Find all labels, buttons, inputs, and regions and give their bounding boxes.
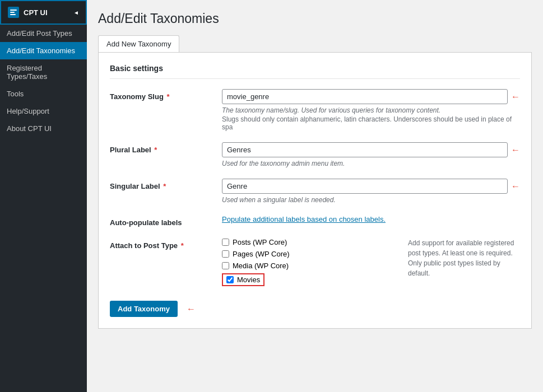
checkbox-movies[interactable]	[226, 276, 234, 283]
singular-label-help: Used when a singular label is needed.	[222, 196, 520, 204]
bottom-row: Add Taxonomy ←	[110, 301, 520, 317]
sidebar-item-label: Add/Edit Taxonomies	[7, 46, 75, 55]
sidebar-item-label: Registered Types/Taxes	[7, 64, 80, 81]
sidebar: CPT UI ◄ Add/Edit Post Types Add/Edit Ta…	[0, 0, 87, 392]
sidebar-item-add-edit-taxonomies[interactable]: Add/Edit Taxonomies	[0, 42, 87, 59]
arrow-annotation-singular: ←	[511, 181, 520, 192]
sidebar-item-about-cpt-ui[interactable]: About CPT UI	[0, 120, 87, 137]
checkbox-row-movies: Movies	[222, 273, 397, 286]
plural-label-input[interactable]	[222, 142, 508, 157]
section-title: Basic settings	[110, 64, 520, 79]
checkbox-media[interactable]	[222, 262, 229, 269]
required-marker: *	[163, 182, 166, 190]
svg-rect-1	[10, 12, 15, 13]
plural-label-label: Plural Label *	[110, 142, 222, 154]
attach-post-type-row: Attach to Post Type * Posts (WP Core)	[110, 238, 520, 290]
sidebar-collapse-arrow[interactable]: ◄	[73, 10, 79, 16]
checkbox-row-pages: Pages (WP Core)	[222, 250, 397, 258]
attach-post-type-label: Attach to Post Type *	[110, 238, 222, 250]
attach-post-type-description: Add support for available registered pos…	[408, 238, 520, 290]
required-marker: *	[166, 92, 169, 101]
tab-add-new-taxonomy[interactable]: Add New Taxonomy	[98, 35, 179, 52]
form-card: Basic settings Taxonomy Slug * ← The tax…	[98, 53, 532, 329]
taxonomy-slug-help-normal: Slugs should only contain alphanumeric, …	[222, 115, 520, 131]
attach-checkboxes: Posts (WP Core) Pages (WP Core) Media (W…	[222, 238, 397, 290]
sidebar-nav: Add/Edit Post Types Add/Edit Taxonomies …	[0, 25, 87, 392]
sidebar-item-registered-types-taxes[interactable]: Registered Types/Taxes	[0, 59, 87, 85]
checkbox-media-label: Media (WP Core)	[233, 262, 289, 270]
sidebar-item-tools[interactable]: Tools	[0, 85, 87, 102]
taxonomy-slug-input[interactable]	[222, 89, 508, 104]
sidebar-logo[interactable]: CPT UI ◄	[0, 0, 87, 25]
arrow-annotation-plural: ←	[511, 145, 520, 155]
singular-label-field: ← Used when a singular label is needed.	[222, 179, 520, 204]
auto-populate-labels-row: Auto-populate labels Populate additional…	[110, 215, 520, 227]
svg-rect-0	[10, 10, 17, 11]
checkbox-row-media: Media (WP Core)	[222, 262, 397, 270]
tab-bar: Add New Taxonomy	[98, 35, 532, 53]
auto-populate-labels-field: Populate additional labels based on chos…	[222, 215, 520, 223]
checkbox-movies-label: Movies	[237, 276, 260, 284]
sidebar-item-label: About CPT UI	[7, 124, 52, 133]
checkbox-pages[interactable]	[222, 250, 229, 258]
main-content: Add/Edit Taxonomies Add New Taxonomy Bas…	[87, 0, 543, 392]
checkbox-pages-label: Pages (WP Core)	[233, 250, 290, 258]
sidebar-item-add-edit-post-types[interactable]: Add/Edit Post Types	[0, 25, 87, 42]
singular-label-row: Singular Label * ← Used when a singular …	[110, 179, 520, 204]
sidebar-item-label: Help/Support	[7, 107, 49, 115]
singular-label-label: Singular Label *	[110, 179, 222, 190]
required-marker: *	[181, 241, 184, 250]
checkbox-posts[interactable]	[222, 239, 229, 246]
arrow-annotation-slug: ←	[511, 92, 520, 102]
attach-post-type-desc-text: Add support for available registered pos…	[408, 239, 514, 277]
required-marker: *	[154, 146, 157, 154]
taxonomy-slug-help-italic: The taxonomy name/slug. Used for various…	[222, 106, 520, 114]
taxonomy-slug-field: ← The taxonomy name/slug. Used for vario…	[222, 89, 520, 131]
checkbox-posts-label: Posts (WP Core)	[233, 238, 287, 246]
sidebar-item-label: Tools	[7, 90, 24, 98]
auto-populate-labels-link[interactable]: Populate additional labels based on chos…	[222, 215, 386, 223]
sidebar-item-label: Add/Edit Post Types	[7, 29, 72, 38]
taxonomy-slug-label: Taxonomy Slug *	[110, 89, 222, 101]
sidebar-logo-text: CPT UI	[24, 8, 48, 17]
plural-label-field: ← Used for the taxonomy admin menu item.	[222, 142, 520, 167]
auto-populate-labels-label: Auto-populate labels	[110, 215, 222, 227]
attach-post-type-field: Posts (WP Core) Pages (WP Core) Media (W…	[222, 238, 520, 290]
add-taxonomy-button[interactable]: Add Taxonomy	[110, 301, 178, 317]
singular-label-input[interactable]	[222, 179, 508, 194]
arrow-annotation-button: ←	[187, 304, 196, 314]
page-title: Add/Edit Taxonomies	[98, 11, 532, 26]
cpt-ui-logo-icon	[8, 7, 19, 18]
svg-rect-2	[10, 14, 16, 15]
checkbox-row-posts: Posts (WP Core)	[222, 238, 397, 246]
plural-label-help: Used for the taxonomy admin menu item.	[222, 160, 520, 167]
sidebar-item-help-support[interactable]: Help/Support	[0, 102, 87, 120]
plural-label-row: Plural Label * ← Used for the taxonomy a…	[110, 142, 520, 167]
taxonomy-slug-row: Taxonomy Slug * ← The taxonomy name/slug…	[110, 89, 520, 131]
